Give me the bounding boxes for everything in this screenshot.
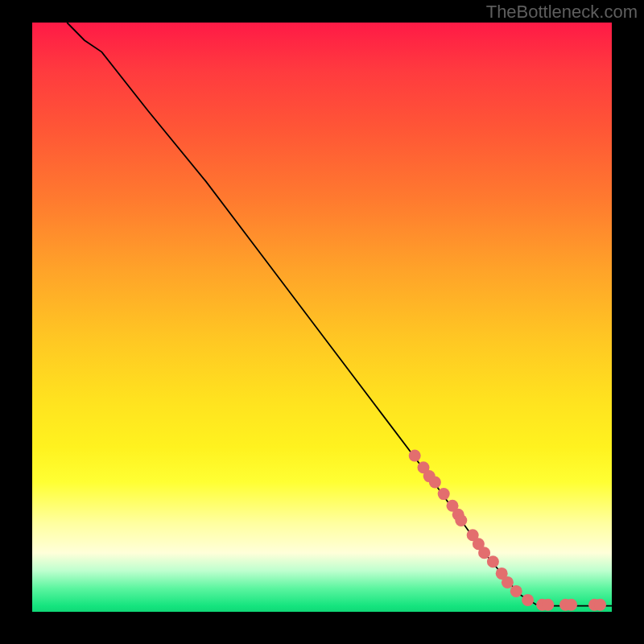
data-marker (542, 599, 554, 611)
chart-svg (32, 23, 612, 612)
watermark-text: TheBottleneck.com (486, 2, 638, 23)
data-marker (455, 514, 467, 526)
data-marker (594, 599, 606, 611)
data-marker (409, 450, 421, 462)
data-marker (478, 547, 490, 559)
data-marker (502, 576, 514, 588)
data-curve (67, 23, 612, 606)
data-marker (487, 555, 499, 568)
data-marker (510, 585, 522, 597)
data-marker (522, 594, 534, 606)
data-marker (429, 477, 441, 489)
data-marker (438, 488, 450, 500)
data-marker (565, 599, 577, 611)
chart-area (32, 23, 612, 612)
marker-group (409, 450, 606, 611)
